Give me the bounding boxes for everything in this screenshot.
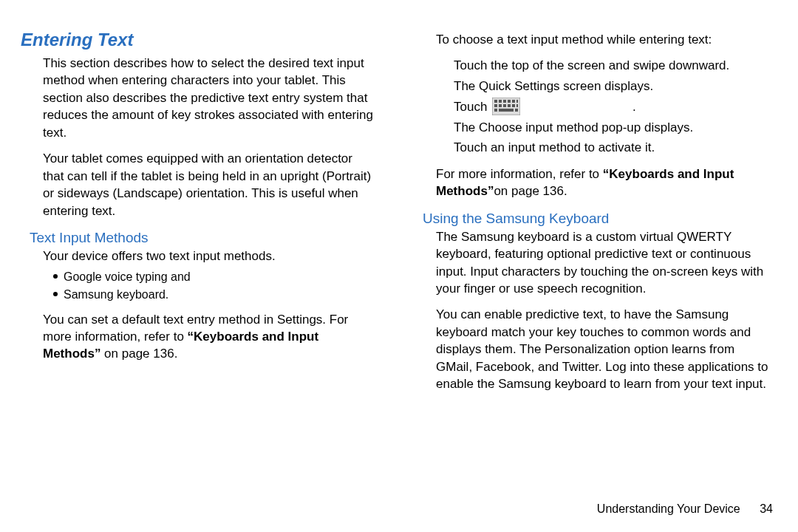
section-title: Entering Text (21, 30, 377, 50)
step-touch-keyboard: Touch . (454, 98, 770, 115)
svg-rect-9 (503, 104, 506, 107)
svg-rect-4 (508, 100, 511, 103)
text-fragment: on page 136. (100, 347, 177, 361)
intro-paragraph-2: Your tablet comes equipped with an orien… (43, 150, 377, 219)
step-quick-settings: The Quick Settings screen displays. (454, 78, 770, 95)
svg-rect-10 (508, 104, 511, 107)
intro-paragraph-1: This section describes how to select the… (43, 55, 377, 141)
more-info-ref: For more information, refer to “Keyboard… (436, 166, 770, 200)
svg-rect-2 (499, 100, 502, 103)
page-number: 34 (760, 502, 773, 516)
two-column-layout: Entering Text This section describes how… (21, 30, 777, 402)
svg-rect-6 (516, 100, 518, 103)
text-fragment: For more information, refer to (436, 167, 603, 181)
svg-rect-13 (494, 109, 497, 112)
default-method-info: You can set a default text entry method … (43, 311, 377, 363)
page: Entering Text This section describes how… (0, 0, 798, 532)
svg-rect-7 (494, 104, 497, 107)
svg-rect-12 (516, 104, 518, 107)
samsung-keyboard-desc: The Samsung keyboard is a custom virtual… (436, 228, 770, 298)
svg-rect-14 (499, 109, 514, 112)
methods-lead: Your device offers two text input method… (43, 248, 377, 265)
step-swipe-down: Touch the top of the screen and swipe do… (454, 57, 770, 74)
predictive-text-desc: You can enable predictive text, to have … (436, 306, 770, 392)
list-item: Google voice typing and (53, 268, 377, 286)
page-footer: Understanding Your Device 34 (597, 502, 773, 516)
text-fragment: on page 136. (494, 184, 567, 198)
text-fragment: Touch (454, 100, 491, 114)
subhead-samsung-keyboard: Using the Samsung Keyboard (423, 211, 770, 227)
choose-method-lead: To choose a text input method while ente… (436, 31, 770, 48)
svg-rect-3 (503, 100, 506, 103)
chapter-name: Understanding Your Device (597, 502, 740, 515)
svg-rect-1 (494, 100, 497, 103)
keyboard-icon (492, 98, 520, 115)
svg-rect-8 (499, 104, 502, 107)
step-popup-displays: The Choose input method pop-up displays. (454, 119, 770, 136)
svg-rect-15 (515, 109, 518, 112)
text-fragment: . (632, 100, 636, 114)
left-column: Entering Text This section describes how… (21, 30, 377, 402)
step-activate: Touch an input method to activate it. (454, 139, 770, 156)
input-methods-list: Google voice typing and Samsung keyboard… (53, 268, 377, 304)
list-item: Samsung keyboard. (53, 286, 377, 304)
svg-rect-5 (512, 100, 515, 103)
subhead-text-input-methods: Text Input Methods (30, 230, 377, 246)
svg-rect-11 (512, 104, 515, 107)
right-column: To choose a text input method while ente… (414, 30, 770, 402)
